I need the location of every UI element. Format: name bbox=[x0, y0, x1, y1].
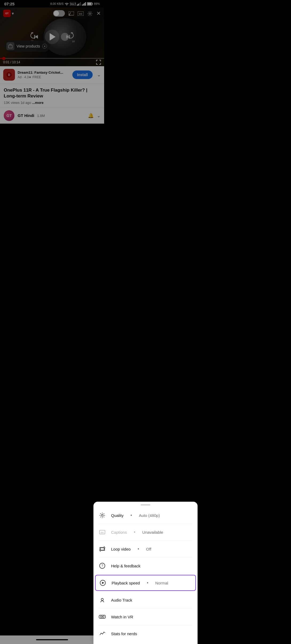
bottom-sheet-overlay: Quality • Auto (480p) CC Captions • Unav… bbox=[0, 0, 104, 231]
